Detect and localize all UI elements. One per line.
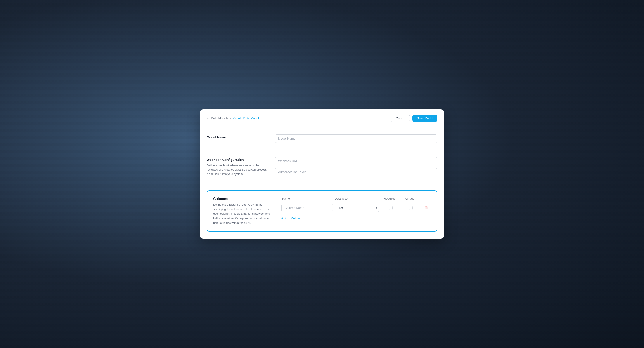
webhook-fields [275,157,437,176]
column-name-input[interactable] [281,204,333,212]
col-header-data-type: Data Type [335,197,378,200]
model-name-section: Model Name [207,134,437,150]
column-name-cell [281,204,333,212]
form-content: Model Name Webhook Configuration Define … [200,127,444,239]
columns-description: Define the structure of your CSV file by… [213,203,274,225]
columns-table-header: Name Data Type Required Unique [281,197,431,200]
required-checkbox-cell [382,206,399,210]
cancel-button[interactable]: Cancel [391,115,410,122]
breadcrumb-back-link[interactable]: ← Data Models [207,117,228,120]
webhook-description: Define a webhook where we can send the r… [207,163,268,176]
main-card: ← Data Models > Create Data Model Cancel… [200,109,444,239]
header: ← Data Models > Create Data Model Cancel… [200,109,444,127]
columns-inner: Columns Define the structure of your CSV… [213,197,431,225]
delete-column-button[interactable]: 🗑 [422,205,431,211]
columns-right: Name Data Type Required Unique [281,197,431,225]
model-name-label-area: Model Name [207,134,268,143]
unique-checkbox[interactable] [409,206,413,210]
save-model-button[interactable]: Save Model [412,115,437,122]
trash-icon: 🗑 [424,205,428,210]
webhook-label: Webhook Configuration [207,157,268,162]
required-checkbox[interactable] [389,206,392,210]
data-type-cell: Text Number Date Boolean Email URL ▾ [336,204,379,212]
breadcrumb-current-label: Create Data Model [233,117,259,120]
webhook-section: Webhook Configuration Define a webhook w… [207,157,437,183]
col-header-name: Name [282,197,332,200]
model-name-input[interactable] [275,134,437,143]
column-row: Text Number Date Boolean Email URL ▾ [281,204,431,212]
page-wrapper: ← Data Models > Create Data Model Cancel… [200,109,444,239]
webhook-label-area: Webhook Configuration Define a webhook w… [207,157,268,176]
columns-card: Columns Define the structure of your CSV… [207,190,437,232]
webhook-url-input[interactable] [275,157,437,165]
header-actions: Cancel Save Model [391,115,437,122]
columns-title: Columns [213,197,274,201]
back-arrow-icon: ← [207,117,210,120]
col-header-required: Required [381,197,398,200]
breadcrumb: ← Data Models > Create Data Model [207,117,259,120]
data-type-select[interactable]: Text Number Date Boolean Email URL [336,204,379,212]
unique-checkbox-cell [402,206,420,210]
add-column-button[interactable]: + Add Column [281,215,302,222]
columns-description-area: Columns Define the structure of your CSV… [213,197,274,225]
add-column-plus-icon: + [281,216,283,220]
authentication-token-input[interactable] [275,168,437,176]
col-header-unique: Unique [401,197,418,200]
model-name-label: Model Name [207,134,268,139]
model-name-fields [275,134,437,143]
add-column-label: Add Column [285,217,302,220]
breadcrumb-back-label: Data Models [211,117,228,120]
breadcrumb-separator: > [230,117,232,120]
